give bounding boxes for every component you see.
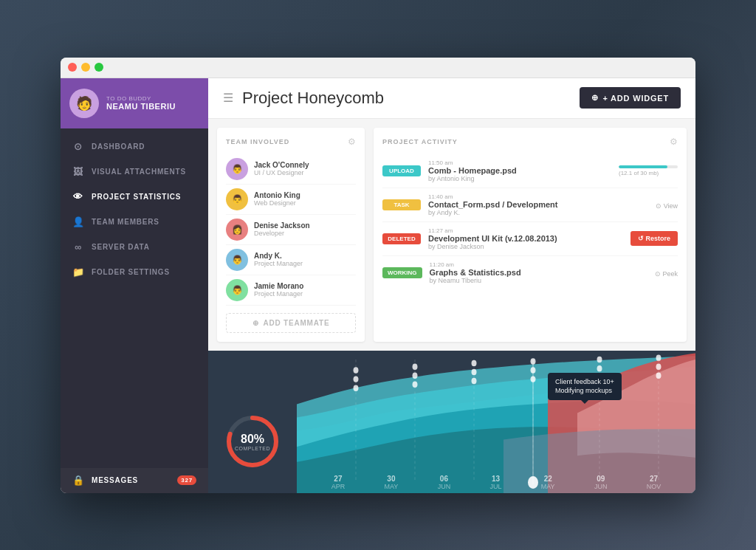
main-content: ☰ Project Honeycomb ⊕ + ADD WIDGET TEAM … bbox=[208, 78, 695, 493]
activity-panel-title: PROJECT ACTIVITY bbox=[382, 138, 458, 145]
restore-button[interactable]: ↺ Restore bbox=[630, 231, 678, 246]
member-avatar: 👨 bbox=[226, 188, 248, 210]
sidebar-item-visual-attachments[interactable]: 🖼 VISUAL ATTACHMENTS bbox=[61, 159, 208, 185]
dashboard-icon: ⊙ bbox=[72, 141, 84, 153]
activity-item: UPLOAD 11:50 am Comb - Homepage.psd by A… bbox=[382, 154, 678, 188]
chart-label: 27NOV bbox=[647, 475, 662, 490]
messages-label: MESSAGES bbox=[92, 476, 138, 484]
add-icon: ⊕ bbox=[252, 319, 259, 327]
chart-label: 27APR bbox=[331, 475, 346, 490]
chart-date: 09 bbox=[594, 475, 608, 483]
team-member: 👨 Jack O'Connely UI / UX Designer bbox=[226, 154, 356, 185]
chart-date: 06 bbox=[438, 475, 451, 483]
svg-point-12 bbox=[472, 360, 477, 365]
activity-panel-header: PROJECT ACTIVITY ⚙ bbox=[382, 137, 678, 147]
activity-gear-icon[interactable]: ⚙ bbox=[670, 137, 678, 147]
svg-point-9 bbox=[413, 363, 418, 369]
activity-item: TASK 11:40 am Contact_Form.psd / Develop… bbox=[382, 188, 678, 222]
visual-attachments-icon: 🖼 bbox=[72, 166, 84, 178]
activity-badge: WORKING bbox=[382, 267, 422, 278]
activity-name: Graphs & Statistics.psd bbox=[430, 268, 647, 277]
add-teammate-button[interactable]: ⊕ ADD TEAMMATE bbox=[226, 313, 356, 333]
gear-icon[interactable]: ⚙ bbox=[348, 137, 356, 147]
progress-label: (12.1 of 30 mb) bbox=[619, 170, 678, 176]
activity-details: 11:40 am Contact_Form.psd / Development … bbox=[428, 193, 648, 216]
member-role: Project Manager bbox=[254, 260, 303, 267]
member-info: Jamie Morano Project Manager bbox=[254, 282, 303, 298]
member-role: UI / UX Designer bbox=[254, 169, 309, 176]
progress-label: COMPLETED bbox=[235, 445, 270, 450]
progress-fill bbox=[619, 165, 667, 168]
messages-badge: 327 bbox=[177, 475, 196, 485]
team-panel-title: TEAM INVOLVED bbox=[226, 138, 289, 145]
sidebar-item-server-data[interactable]: ∞ SERVER DATA bbox=[61, 235, 208, 260]
panels-row: TEAM INVOLVED ⚙ 👨 Jack O'Connely UI / UX… bbox=[208, 119, 695, 351]
chart-label: 06JUN bbox=[438, 475, 451, 490]
sidebar-item-folder-settings[interactable]: 📁 FOLDER SETTINGS bbox=[61, 260, 208, 285]
chart-date: 13 bbox=[489, 475, 501, 483]
chart-label: 22MAY bbox=[541, 475, 555, 490]
svg-point-6 bbox=[354, 367, 359, 373]
sidebar-item-team-members[interactable]: 👤 TEAM MEMBERS bbox=[61, 210, 208, 235]
svg-point-20 bbox=[597, 374, 602, 379]
activity-action: ↺ Restore bbox=[630, 231, 678, 246]
app-window: 🧑 TO DO BUDDY NEAMU TIBERIU ⊙ DASHBOARD … bbox=[61, 58, 695, 493]
chart-date: 22 bbox=[541, 475, 555, 483]
sidebar-label-folder-settings: FOLDER SETTINGS bbox=[92, 268, 170, 276]
activity-time: 11:40 am bbox=[428, 193, 648, 200]
add-widget-label: + ADD WIDGET bbox=[602, 94, 669, 103]
chart-date: 27 bbox=[331, 475, 346, 483]
nav-items: ⊙ DASHBOARD 🖼 VISUAL ATTACHMENTS 👁 PROJE… bbox=[61, 128, 208, 468]
activity-badge: DELETED bbox=[382, 233, 421, 244]
peek-link[interactable]: ⊙ Peek bbox=[655, 270, 678, 278]
activity-name: Comb - Homepage.psd bbox=[428, 166, 611, 175]
view-link[interactable]: ⊙ View bbox=[656, 202, 678, 210]
sidebar-item-project-statistics[interactable]: 👁 PROJECT STATISTICS bbox=[61, 185, 208, 210]
header-left: ☰ Project Honeycomb bbox=[223, 89, 384, 108]
chart-month: APR bbox=[331, 483, 346, 490]
maximize-button[interactable] bbox=[94, 63, 103, 72]
progress-overlay: 80% COMPLETED bbox=[223, 412, 282, 471]
member-name: Denise Jackson bbox=[254, 221, 310, 230]
member-info: Denise Jackson Developer bbox=[254, 221, 310, 237]
chart-date: 27 bbox=[647, 475, 662, 483]
svg-point-21 bbox=[656, 354, 662, 360]
sidebar-label-team-members: TEAM MEMBERS bbox=[92, 218, 159, 226]
member-role: Project Manager bbox=[254, 290, 303, 298]
svg-point-10 bbox=[413, 372, 418, 378]
activity-badge: UPLOAD bbox=[382, 165, 421, 176]
svg-point-11 bbox=[413, 381, 418, 387]
close-button[interactable] bbox=[68, 63, 77, 72]
svg-point-7 bbox=[354, 376, 359, 382]
hamburger-icon[interactable]: ☰ bbox=[223, 91, 233, 105]
member-role: Developer bbox=[254, 230, 310, 237]
progress-percent: 80% bbox=[235, 432, 270, 445]
chart-labels: 27APR30MAY06JUN13JUL22MAY09JUN27NOV bbox=[297, 472, 695, 493]
user-profile[interactable]: 🧑 TO DO BUDDY NEAMU TIBERIU bbox=[61, 78, 208, 128]
activity-item: WORKING 11:20 am Graphs & Statistics.psd… bbox=[382, 256, 678, 289]
activity-details: 11:50 am Comb - Homepage.psd by Antonio … bbox=[428, 159, 611, 182]
svg-point-8 bbox=[354, 385, 359, 391]
member-info: Jack O'Connely UI / UX Designer bbox=[254, 161, 309, 176]
activity-details: 11:20 am Graphs & Statistics.psd by Neam… bbox=[430, 261, 647, 284]
avatar: 🧑 bbox=[69, 89, 99, 118]
traffic-lights bbox=[68, 63, 103, 72]
sidebar-item-dashboard[interactable]: ⊙ DASHBOARD bbox=[61, 134, 208, 159]
page-title: Project Honeycomb bbox=[242, 89, 384, 108]
progress-container: (12.1 of 30 mb) bbox=[619, 165, 678, 176]
chart-label: 13JUL bbox=[489, 475, 501, 490]
member-avatar: 👩 bbox=[226, 219, 248, 241]
minimize-button[interactable] bbox=[81, 63, 90, 72]
add-widget-button[interactable]: ⊕ + ADD WIDGET bbox=[580, 87, 681, 109]
team-panel-header: TEAM INVOLVED ⚙ bbox=[226, 137, 356, 147]
chart-month: MAY bbox=[384, 483, 398, 490]
member-name: Antonio King bbox=[254, 191, 300, 199]
sidebar-label-server-data: SERVER DATA bbox=[92, 243, 150, 251]
member-avatar: 👨 bbox=[226, 249, 248, 271]
activity-name: Development UI Kit (v.12.08.2013) bbox=[428, 234, 623, 243]
member-name: Andy K. bbox=[254, 252, 303, 260]
sidebar-item-messages[interactable]: 🔒 MESSAGES 327 bbox=[61, 468, 208, 493]
team-member: 👨 Andy K. Project Manager bbox=[226, 245, 356, 275]
sidebar-label-visual-attachments: VISUAL ATTACHMENTS bbox=[92, 168, 186, 176]
activity-time: 11:27 am bbox=[428, 227, 623, 234]
